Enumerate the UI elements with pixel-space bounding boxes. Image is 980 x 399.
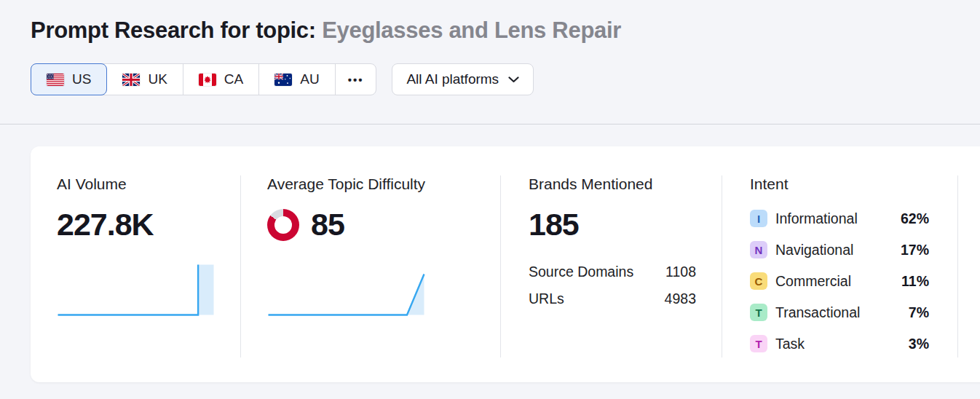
uk-flag-icon [122,74,140,86]
country-tabs: US UK [31,63,376,95]
ai-volume-sparkline [57,262,215,316]
intent-percent: 62% [901,210,929,227]
brands-mentioned-label: Brands Mentioned [529,175,722,193]
au-flag-icon [274,74,292,86]
ai-volume-label: AI Volume [57,175,240,193]
intent-row-navigational: N Navigational 17% [750,241,929,258]
ai-volume-metric: AI Volume 227.8K [31,146,240,382]
intent-row-transactional: T Transactional 7% [750,304,929,321]
transactional-intent-badge-icon: T [750,304,767,321]
difficulty-gauge-icon [267,209,299,241]
ai-volume-value: 227.8K [57,208,240,242]
brands-detail-rows: Source Domains 1108 URLs 4983 [529,264,696,307]
difficulty-gauge-hole [274,216,292,234]
overview-card: AI Volume 227.8K Average Topic Difficult… [31,146,980,382]
topic-difficulty-sparkline [267,271,425,316]
country-tab-label: US [72,71,91,87]
country-tab-us[interactable]: US [31,64,107,95]
intent-percent: 7% [909,304,929,321]
topic-difficulty-metric: Average Topic Difficulty 85 [241,146,500,382]
topic-name: Eyeglasses and Lens Repair [322,17,621,43]
intent-percent: 3% [909,336,929,352]
intent-metric: Intent I Informational 62% N Navigationa… [722,146,957,382]
informational-intent-badge-icon: I [750,210,767,227]
intent-row-commercial: C Commercial 11% [750,272,929,290]
country-tab-label: AU [300,71,319,87]
task-intent-badge-icon: T [750,335,767,352]
urls-value: 4983 [665,291,696,307]
country-tab-label: UK [148,71,167,87]
source-domains-row: Source Domains 1108 [529,264,696,280]
clipped-next-section [958,146,980,382]
us-flag-icon [47,74,64,86]
intent-label: Intent [750,175,929,193]
intent-percent: 11% [901,273,929,290]
page-header: Prompt Research for topic: Eyeglasses an… [0,0,980,95]
intent-name: Task [775,336,805,352]
intent-name: Commercial [775,273,851,290]
urls-label: URLs [529,291,564,307]
ca-flag-icon [199,74,216,86]
topic-difficulty-label: Average Topic Difficulty [267,175,500,193]
commercial-intent-badge-icon: C [750,272,767,290]
topic-difficulty-value: 85 [311,208,344,242]
brands-mentioned-value: 185 [529,208,722,242]
chevron-down-icon [508,76,519,83]
intent-row-task: T Task 3% [750,335,929,352]
page-title-prefix: Prompt Research for topic: [31,17,316,43]
navigational-intent-badge-icon: N [750,241,767,258]
filter-row: US UK [31,63,980,95]
country-tab-ca[interactable]: CA [183,64,259,95]
header-divider [0,124,980,125]
intent-name: Transactional [775,304,860,321]
country-tab-uk[interactable]: UK [107,64,183,95]
page-title: Prompt Research for topic: Eyeglasses an… [31,16,980,45]
intent-name: Navigational [775,242,853,258]
intent-rows: I Informational 62% N Navigational 17% C… [750,210,929,352]
intent-percent: 17% [901,242,929,258]
source-domains-value: 1108 [665,264,696,280]
intent-row-informational: I Informational 62% [750,210,929,227]
more-countries-button[interactable]: ••• [336,64,376,95]
brands-mentioned-metric: Brands Mentioned 185 Source Domains 1108… [501,146,722,382]
ai-platform-dropdown-label: All AI platforms [406,71,499,87]
urls-row: URLs 4983 [529,291,696,307]
country-tab-au[interactable]: AU [259,64,335,95]
intent-name: Informational [775,210,858,227]
ai-platform-dropdown[interactable]: All AI platforms [392,63,534,95]
source-domains-label: Source Domains [529,264,633,280]
country-tab-label: CA [224,71,243,87]
ellipsis-icon: ••• [348,74,364,86]
